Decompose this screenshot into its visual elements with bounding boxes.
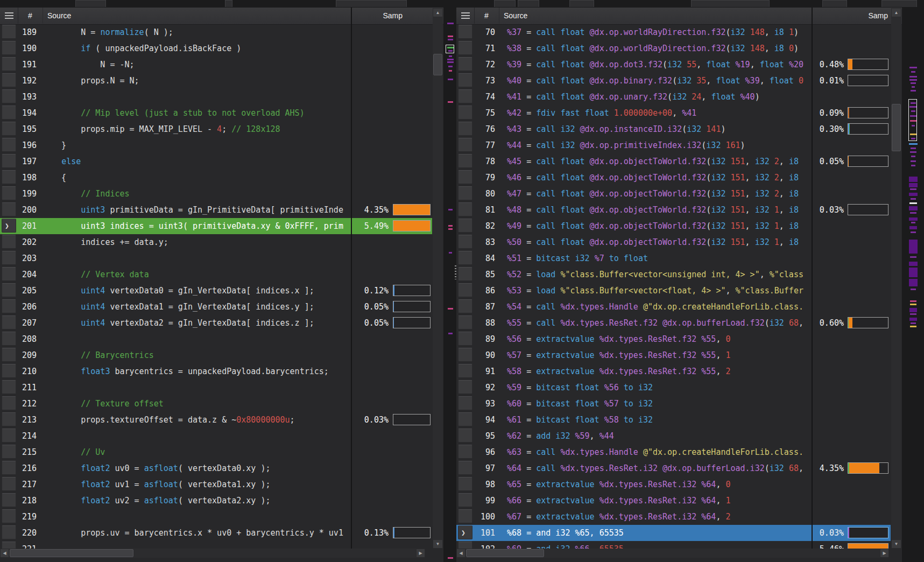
code-row[interactable]: 215 // Uv [0,444,432,460]
scroll-left-icon[interactable]: ◀ [0,549,9,558]
code-row[interactable]: 92 %59 = bitcast float %56 to i32 [456,380,891,396]
code-row[interactable]: 71 %38 = call float @dx.op.worldRayDirec… [456,40,891,57]
vertical-scrollbar[interactable]: ▲ ▼ [433,8,443,549]
code-row[interactable]: 194 // Mip level (just a stub to not ove… [0,105,432,121]
code-row[interactable]: 212 // Texture offset [0,396,432,412]
scrollbar-thumb[interactable] [892,104,901,151]
code-row[interactable]: 102 %69 = and i32 %66, 655355.46% [456,541,891,549]
code-row[interactable]: 96 %63 = call %dx.types.Handle @"dx.op.c… [456,444,891,460]
code-row[interactable]: 210 float3 barycentrics = unpackedPayloa… [0,363,432,380]
minimap-viewport[interactable] [908,99,917,141]
code-row[interactable]: 218 float2 uv2 = asfloat( vertexData2.xy… [0,493,432,509]
scroll-left-icon[interactable]: ◀ [456,549,465,558]
scrollbar-thumb[interactable] [466,549,544,557]
code-row[interactable]: ❯101 %68 = and i32 %65, 655350.03% [456,525,891,541]
code-row[interactable]: 98 %65 = extractvalue %dx.types.ResRet.i… [456,476,891,493]
splitter-handle[interactable] [455,265,456,279]
code-row[interactable]: 220 props.uv = barycentrics.x * uv0 + ba… [0,525,432,541]
code-row[interactable]: 81 %48 = call float @dx.op.objectToWorld… [456,202,891,218]
code-row[interactable]: 211 [0,380,432,396]
samples-percent: 5.46% [814,541,844,549]
code-row[interactable]: 216 float2 uv0 = asfloat( vertexData0.xy… [0,460,432,476]
code-row[interactable]: 99 %66 = extractvalue %dx.types.ResRet.i… [456,493,891,509]
code-row[interactable]: 203 [0,250,432,266]
line-number: 92 [456,380,495,396]
code-row[interactable]: 100 %67 = extractvalue %dx.types.ResRet.… [456,509,891,525]
code-row[interactable]: 74 %41 = call float @dx.op.unary.f32(i32… [456,89,891,105]
code-row[interactable]: 93 %60 = bitcast float %57 to i32 [456,396,891,412]
code-row[interactable]: 193 [0,89,432,105]
samples-percent: 0.12% [353,283,389,299]
heatmap-minimap-right[interactable] [908,8,918,562]
scroll-right-icon[interactable]: ▶ [416,549,425,558]
code-row[interactable]: 214 [0,428,432,444]
horizontal-scrollbar[interactable]: ◀ ▶ [456,549,889,558]
code-row[interactable]: 207 uint4 vertexData2 = gIn_VertexData[ … [0,315,432,331]
code-row[interactable]: 76 %43 = call i32 @dx.op.instanceID.i32(… [456,121,891,137]
vertical-scrollbar[interactable]: ▲ ▼ [891,8,901,549]
code-row[interactable]: 190 if ( unpackedPayload.isBackFace ) [0,40,432,57]
scroll-up-icon[interactable]: ▲ [433,8,443,17]
scroll-up-icon[interactable]: ▲ [891,8,901,17]
code-row[interactable]: 206 uint4 vertexData1 = gIn_VertexData[ … [0,299,432,315]
code-row[interactable]: 189 N = normalize( N ); [0,24,432,40]
code-row[interactable]: 217 float2 uv1 = asfloat( vertexData1.xy… [0,476,432,493]
code-row[interactable]: 73 %40 = call float @dx.op.binary.f32(i3… [456,73,891,89]
code-row[interactable]: 90 %57 = extractvalue %dx.types.ResRet.f… [456,347,891,363]
code-row[interactable]: 79 %46 = call float @dx.op.objectToWorld… [456,170,891,186]
code-row[interactable]: 204 // Vertex data [0,266,432,283]
scroll-down-icon[interactable]: ▼ [891,539,901,549]
samples-percent: 4.35% [353,202,389,218]
line-number: 75 [456,105,495,121]
code-row[interactable]: 196 } [0,137,432,153]
heat-mark [448,557,453,559]
code-row[interactable]: 197 else [0,153,432,170]
column-menu-button[interactable] [0,8,18,24]
code-row[interactable]: 86 %53 = load %"class.Buffer<vector<floa… [456,283,891,299]
code-row[interactable]: 88 %55 = call %dx.types.ResRet.f32 @dx.o… [456,315,891,331]
code-row[interactable]: 191 N = -N; [0,57,432,73]
code-row[interactable]: 200 uint3 primitiveData = gIn_PrimitiveD… [0,202,432,218]
code-row[interactable]: 83 %50 = call float @dx.op.objectToWorld… [456,234,891,250]
minimap-viewport[interactable] [446,45,454,53]
code-row[interactable]: 80 %47 = call float @dx.op.objectToWorld… [456,186,891,202]
code-row[interactable]: 198 { [0,170,432,186]
code-row[interactable]: 87 %54 = call %dx.types.Handle @"dx.op.c… [456,299,891,315]
samples-percent: 0.05% [353,315,389,331]
code-row[interactable]: 78 %45 = call float @dx.op.objectToWorld… [456,153,891,170]
code-row[interactable]: ❯201 uint3 indices = uint3( primitiveDat… [0,218,432,234]
code-row[interactable]: 209 // Barycentrics [0,347,432,363]
code-row[interactable]: 85 %52 = load %"class.Buffer<vector<unsi… [456,266,891,283]
code-row[interactable]: 97 %64 = call %dx.types.ResRet.i32 @dx.o… [456,460,891,476]
code-row[interactable]: 95 %62 = add i32 %59, %44 [456,428,891,444]
code-row[interactable]: 94 %61 = bitcast float %58 to i32 [456,412,891,428]
code-row[interactable]: 84 %51 = bitcast i32 %7 to float [456,250,891,266]
code-row[interactable]: 221 [0,541,432,549]
code-row[interactable]: 208 [0,331,432,347]
scrollbar-thumb[interactable] [433,54,442,75]
code-text: uint4 vertexData1 = gIn_VertexData[ indi… [42,299,351,315]
heatmap-minimap-left[interactable] [446,8,455,562]
code-row[interactable]: 91 %58 = extractvalue %dx.types.ResRet.f… [456,363,891,380]
code-row[interactable]: 75 %42 = fdiv fast float 1.000000e+00, %… [456,105,891,121]
line-number: 90 [456,347,495,363]
code-text: %57 = extractvalue %dx.types.ResRet.f32 … [497,347,812,363]
code-row[interactable]: 202 indices += data.y; [0,234,432,250]
code-row[interactable]: 82 %49 = call float @dx.op.objectToWorld… [456,218,891,234]
code-row[interactable]: 213 props.textureOffset = data.z & ~0x80… [0,412,432,428]
code-row[interactable]: 72 %39 = call float @dx.op.dot3.f32(i32 … [456,57,891,73]
scrollbar-thumb[interactable] [10,549,133,557]
heat-mark [911,90,916,92]
code-row[interactable]: 77 %44 = call i32 @dx.op.primitiveIndex.… [456,137,891,153]
horizontal-scrollbar[interactable]: ◀ ▶ [0,549,425,558]
code-row[interactable]: 219 [0,509,432,525]
code-row[interactable]: 192 props.N = N; [0,73,432,89]
code-row[interactable]: 89 %56 = extractvalue %dx.types.ResRet.f… [456,331,891,347]
scroll-down-icon[interactable]: ▼ [433,539,443,549]
code-row[interactable]: 205 uint4 vertexData0 = gIn_VertexData[ … [0,283,432,299]
scroll-right-icon[interactable]: ▶ [880,549,889,558]
code-row[interactable]: 195 props.mip = MAX_MIP_LEVEL - 4; // 12… [0,121,432,137]
code-row[interactable]: 70 %37 = call float @dx.op.worldRayDirec… [456,24,891,40]
code-row[interactable]: 199 // Indices [0,186,432,202]
column-menu-button[interactable] [456,8,475,24]
